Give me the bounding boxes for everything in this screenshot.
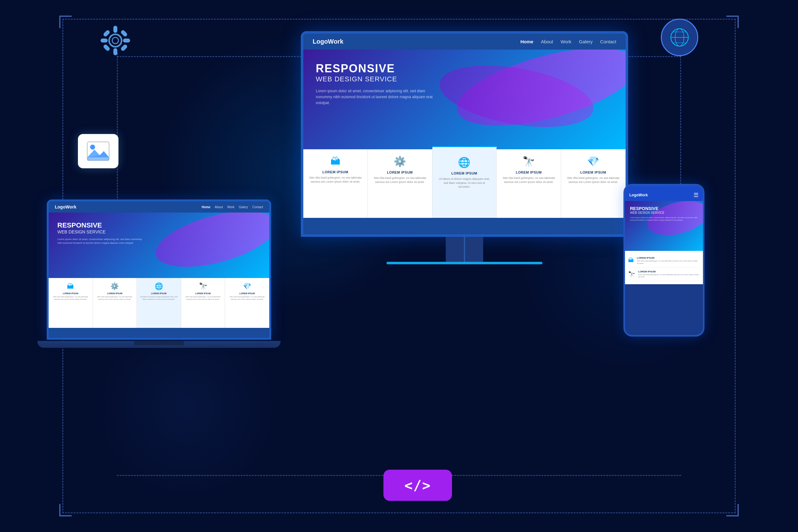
code-icon: </>	[383, 470, 452, 501]
desktop-hero-description: Lorem ipsum dolor sit amet, consectetuer…	[316, 88, 440, 106]
service-5-desc: Stet clita kasd gubergren, no sea takima…	[566, 176, 620, 184]
service-4-title: LOREM IPSUM	[516, 170, 542, 174]
desktop-service-4: 🔭 LOREM IPSUM Stet clita kasd gubergren,…	[497, 149, 561, 218]
phone-side-button	[704, 210, 704, 226]
laptop-hero-subtitle: WEB DESIGN SERVICE	[57, 229, 261, 234]
svg-point-0	[109, 34, 121, 47]
phone-service-2-icon: 🔭	[628, 271, 635, 278]
laptop-trackpad	[134, 341, 184, 345]
service-5-title: LOREM IPSUM	[581, 170, 606, 174]
laptop-nav-work[interactable]: Work	[227, 205, 234, 209]
svg-rect-2	[114, 26, 117, 32]
monitor-neck	[446, 237, 483, 262]
laptop-site-logo: LogoWork	[55, 205, 76, 209]
phone-hero: RESPONSIVE WEB DESIGN SERVICE Lorem ipsu…	[625, 201, 703, 251]
desktop-nav-gallery[interactable]: Galery	[579, 39, 593, 44]
service-4-icon: 🔭	[522, 155, 535, 167]
phone-service-1-title: LOREM IPSUM	[637, 256, 700, 259]
gear-icon	[100, 25, 131, 57]
desktop-service-2: ⚙️ LOREM IPSUM Stet clita kasd gubergren…	[368, 149, 432, 218]
laptop-base	[37, 341, 281, 348]
corner-bracket-tr	[726, 16, 739, 28]
svg-rect-4	[101, 39, 107, 42]
laptop-nav-links: Home About Work Galery Contact	[202, 205, 263, 209]
service-4-desc: Stet clita kasd gubergren, no sea takima…	[501, 176, 556, 184]
svg-rect-9	[121, 45, 127, 51]
phone-body: LogoWork ☰ RESPONSIVE WEB DESIGN SERVICE…	[624, 184, 704, 337]
desktop-hero-title: RESPONSIVE	[316, 62, 613, 75]
phone-service-1-text: LOREM IPSUM Stet clita kasd gubergren, n…	[637, 256, 700, 265]
service-5-icon: 💎	[587, 155, 600, 167]
desktop-navbar: LogoWork Home About Work Galery Contact	[303, 34, 626, 50]
corner-bracket-bl	[59, 504, 72, 516]
laptop-service-2-desc: Stet clita kasd gubergren, no sea takima…	[96, 296, 134, 301]
laptop-service-4-desc: Stet clita kasd gubergren, no sea takima…	[184, 296, 222, 301]
laptop-service-2-icon: ⚙️	[110, 282, 119, 290]
laptop-nav-contact[interactable]: Contact	[252, 205, 263, 209]
desktop-hero: RESPONSIVE WEB DESIGN SERVICE Lorem ipsu…	[303, 50, 626, 149]
laptop-nav-gallery[interactable]: Galery	[239, 205, 248, 209]
service-2-title: LOREM IPSUM	[387, 170, 413, 174]
corner-bracket-br	[726, 504, 739, 516]
phone-service-1-desc: Stet clita kasd gubergren, no sea takima…	[637, 260, 700, 265]
laptop-service-5-desc: Stet clita kasd gubergren, no sea takima…	[228, 296, 266, 301]
laptop-service-4-icon: 🔭	[199, 282, 207, 290]
desktop-nav-home[interactable]: Home	[520, 39, 533, 44]
globe-icon	[661, 19, 698, 56]
phone-service-2-desc: Stet clita kasd gubergren, no sea takima…	[638, 274, 700, 279]
service-1-desc: Stet clita kasd gubergren, no sea takima…	[308, 176, 363, 184]
phone-services: 🏔 LOREM IPSUM Stet clita kasd gubergren,…	[625, 251, 703, 284]
svg-rect-6	[104, 31, 109, 36]
desktop-service-3: 🌐 LOREM IPSUM Ut labore et dolore magna …	[432, 146, 497, 218]
svg-rect-5	[124, 39, 129, 42]
laptop-nav-home[interactable]: Home	[202, 205, 210, 209]
svg-point-16	[90, 145, 95, 150]
phone-service-2-text: LOREM IPSUM Stet clita kasd gubergren, n…	[638, 270, 700, 279]
laptop-service-3-title: LOREM IPSUM	[151, 292, 167, 294]
image-placeholder-icon	[78, 134, 118, 168]
desktop-hero-subtitle: WEB DESIGN SERVICE	[316, 75, 613, 83]
monitor-screen: LogoWork Home About Work Galery Contact …	[301, 31, 628, 237]
laptop-navbar: LogoWork Home About Work Galery Contact	[49, 201, 269, 212]
service-2-desc: Stet clita kasd gubergren, no sea takima…	[373, 176, 427, 184]
laptop-service-3-icon: 🌐	[155, 282, 163, 290]
laptop-service-3-desc: Ut labore et dolore magna aliquyam erat,…	[140, 296, 178, 301]
phone-service-2-title: LOREM IPSUM	[638, 270, 700, 273]
laptop-service-2-title: LOREM IPSUM	[107, 292, 122, 294]
desktop-service-5: 💎 LOREM IPSUM Stet clita kasd gubergren,…	[561, 149, 626, 218]
phone-hero-title: RESPONSIVE	[630, 206, 698, 211]
service-2-icon: ⚙️	[394, 155, 406, 167]
laptop-service-4-title: LOREM IPSUM	[195, 292, 210, 294]
service-1-icon: 🏔	[330, 155, 340, 167]
phone-hero-subtitle: WEB DESIGN SERVICE	[630, 211, 698, 214]
desktop-services: 🏔 LOREM IPSUM Stet clita kasd gubergren,…	[303, 149, 626, 218]
laptop-hero-desc: Lorem ipsum dolor sit amet, consectetuer…	[57, 238, 145, 245]
laptop-service-3: 🌐 LOREM IPSUM Ut labore et dolore magna …	[137, 278, 181, 328]
desktop-nav-about[interactable]: About	[541, 39, 553, 44]
mobile-phone: LogoWork ☰ RESPONSIVE WEB DESIGN SERVICE…	[624, 184, 704, 337]
desktop-site-logo: LogoWork	[313, 38, 343, 45]
phone-menu-icon[interactable]: ☰	[694, 192, 699, 198]
desktop-hero-content: RESPONSIVE WEB DESIGN SERVICE Lorem ipsu…	[316, 62, 613, 106]
laptop-service-5-icon: 💎	[243, 282, 251, 290]
phone-site-logo: LogoWork	[629, 193, 648, 197]
laptop-screen: LogoWork Home About Work Galery Contact …	[47, 200, 271, 340]
desktop-nav-links: Home About Work Galery Contact	[520, 39, 616, 44]
laptop-hero: RESPONSIVE WEB DESIGN SERVICE Lorem ipsu…	[49, 212, 269, 278]
laptop-service-1-desc: Stet clita kasd gubergren, no sea takima…	[52, 296, 90, 301]
service-3-icon: 🌐	[458, 156, 470, 168]
laptop-service-5-title: LOREM IPSUM	[240, 292, 255, 294]
phone-hero-desc: Lorem ipsum dolor sit amet, consectetuer…	[630, 216, 698, 222]
laptop-services: 🏔 LOREM IPSUM Stet clita kasd gubergren,…	[49, 278, 269, 328]
laptop-service-1-icon: 🏔	[67, 282, 74, 290]
phone-navbar: LogoWork ☰	[625, 186, 703, 201]
desktop-nav-work[interactable]: Work	[560, 39, 571, 44]
service-1-title: LOREM IPSUM	[322, 170, 348, 174]
svg-point-1	[112, 37, 118, 44]
laptop-nav-about[interactable]: About	[215, 205, 223, 209]
desktop-nav-contact[interactable]: Contact	[600, 39, 616, 44]
phone-service-1: 🏔 LOREM IPSUM Stet clita kasd gubergren,…	[628, 254, 700, 268]
service-3-desc: Ut labore et dolore magna aliquyam erat,…	[437, 177, 492, 189]
laptop-service-2: ⚙️ LOREM IPSUM Stet clita kasd gubergren…	[93, 278, 137, 328]
phone-service-2: 🔭 LOREM IPSUM Stet clita kasd gubergren,…	[628, 268, 700, 281]
